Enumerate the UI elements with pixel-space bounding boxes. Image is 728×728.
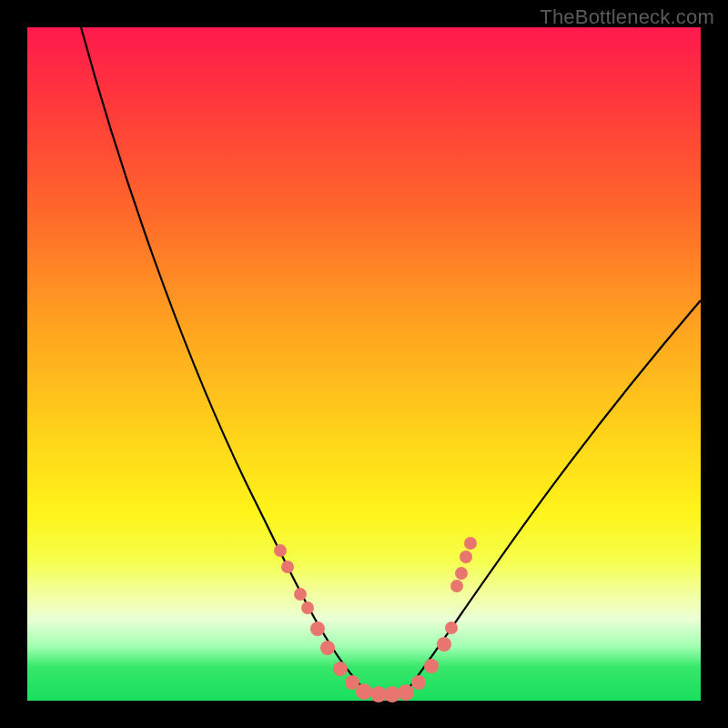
svg-point-16 xyxy=(450,580,463,592)
svg-point-3 xyxy=(301,602,314,614)
svg-point-13 xyxy=(424,659,439,673)
svg-point-5 xyxy=(320,641,335,655)
watermark-text: TheBottleneck.com xyxy=(540,5,714,29)
svg-point-14 xyxy=(437,637,451,652)
svg-point-0 xyxy=(274,544,287,557)
curve-layer xyxy=(27,27,701,701)
svg-point-15 xyxy=(445,622,458,634)
svg-point-18 xyxy=(460,551,472,563)
svg-point-8 xyxy=(356,683,372,700)
svg-point-4 xyxy=(310,622,325,636)
svg-point-17 xyxy=(455,567,468,580)
svg-point-1 xyxy=(281,561,294,573)
bottleneck-chart xyxy=(27,27,701,701)
svg-point-19 xyxy=(464,537,477,550)
marker-group xyxy=(274,537,477,703)
svg-point-12 xyxy=(411,675,426,690)
curve-right xyxy=(405,300,701,693)
svg-point-6 xyxy=(333,662,348,676)
svg-point-11 xyxy=(398,684,414,701)
curve-left xyxy=(81,27,369,693)
svg-point-2 xyxy=(294,588,307,601)
